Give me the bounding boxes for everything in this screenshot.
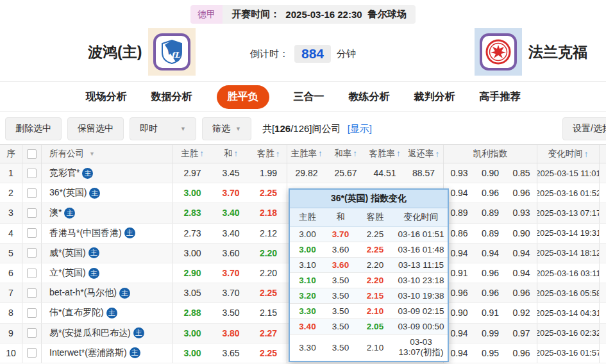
row-index: 9 [0, 324, 22, 343]
countdown-unit: 分钟 [337, 48, 356, 60]
popup-col-draw: 和 [325, 211, 356, 223]
home-mark-icon: 主 [89, 188, 100, 199]
change-time: 2025-03-15 11:01 [537, 163, 600, 183]
show-link[interactable]: [显示] [348, 123, 372, 134]
chevron-down-icon: ▼ [89, 151, 95, 157]
popup-draw-odds: 3.60 [325, 245, 356, 254]
popup-away-odds: 2.10 [356, 306, 394, 316]
instant-odds-dropdown[interactable]: 即时 ▼ [130, 117, 196, 140]
away-odds: 2.25 [250, 343, 287, 363]
col-away-rate-sort[interactable]: 客胜率↑ [366, 148, 404, 160]
row-checkbox[interactable] [27, 248, 37, 258]
company-cell[interactable]: 易*(安提瓜和巴布达) 主 [42, 324, 173, 343]
draw-odds: 3.60 [212, 248, 250, 258]
company-count: 共[126/126]间公司 [显示] [262, 123, 372, 135]
row-checkbox[interactable] [27, 208, 37, 218]
count-prefix: 共[ [262, 123, 274, 134]
select-all-checkbox-cell [22, 145, 42, 163]
row-checkbox[interactable] [27, 169, 37, 178]
home-mark-icon: 主 [130, 347, 140, 358]
change-time: 2025-03-14 19:31 [537, 224, 600, 243]
company-cell[interactable]: 立*(英国) 主 [42, 263, 173, 283]
popup-home-odds: 3.40 [290, 322, 325, 331]
popup-history-row: 3.20 3.50 2.15 03-10 19:38 [290, 288, 448, 304]
table-row[interactable]: 1 竞彩官* 主 2.97 3.45 1.99 29.82 25.67 44.5… [0, 163, 606, 183]
home-mark-icon: 主 [119, 288, 130, 299]
analysis-tab[interactable]: 现场分析 [86, 90, 127, 104]
draw-odds: 3.70 [212, 268, 250, 278]
company-cell[interactable]: Interwet*(塞浦路斯) 主 [42, 343, 173, 363]
kickoff-info: 开赛时间： 2025-03-16 22:30 鲁尔球场 [223, 5, 415, 24]
popup-change-time: 03-09 00:50 [394, 322, 448, 331]
popup-home-odds: 3.10 [290, 276, 325, 285]
sort-up-icon: ↑ [435, 149, 439, 159]
row-checkbox-cell [22, 203, 42, 222]
filter-dropdown[interactable]: 筛选 ▼ [202, 117, 251, 140]
kelly-draw: 0.89 [475, 208, 506, 218]
company-name: 伟*(直布罗陀) [49, 307, 104, 318]
col-home-rate-sort[interactable]: 主胜率↑ [287, 148, 326, 160]
row-checkbox[interactable] [27, 328, 37, 338]
popup-header-row: 主胜 和 客胜 变化时间 [290, 208, 448, 227]
analysis-tab[interactable]: 裁判分析 [414, 90, 455, 104]
company-name: bet-at-h*(马尔他) [49, 287, 117, 299]
col-return-rate-sort[interactable]: 返还率↑ [404, 145, 444, 163]
away-rate: 44.51 [366, 168, 404, 178]
draw-odds: 3.50 [212, 308, 250, 318]
company-cell[interactable]: 伟*(直布罗陀) 主 [42, 303, 173, 322]
kelly-draw: 0.91 [475, 308, 506, 318]
kelly-draw: 0.96 [475, 268, 506, 278]
kelly-draw: 0.90 [475, 168, 506, 178]
change-time: 2025-03-14 18:12 [537, 244, 600, 263]
keep-selected-button[interactable]: 保留选中 [67, 117, 124, 140]
popup-change-time: 03-16 01:51 [394, 229, 448, 239]
home-odds: 3.00 [173, 188, 212, 198]
company-cell[interactable]: bet-at-h*(马尔他) 主 [42, 283, 173, 302]
company-cell[interactable]: 威*(英国) 主 [42, 244, 173, 263]
row-index: 1 [0, 163, 22, 183]
popup-col-home: 主胜 [290, 211, 325, 223]
company-cell[interactable]: 澳* 主 [42, 203, 173, 222]
kelly-away: 0.85 [506, 163, 537, 183]
instant-odds-label: 即时 [140, 123, 158, 135]
home-mark-icon: 主 [82, 168, 93, 179]
row-checkbox[interactable] [27, 348, 37, 358]
company-cell[interactable]: 36*(英国) 主 [42, 183, 173, 203]
col-home-odds-sort[interactable]: 主胜↑ [173, 148, 212, 160]
change-time: 2025-03-16 05:58 [537, 283, 600, 302]
company-cell[interactable]: 竞彩官* 主 [42, 163, 173, 183]
col-company[interactable]: 所有公司 ▼ [42, 145, 173, 163]
draw-odds: 3.40 [212, 228, 250, 238]
popup-draw-odds: 3.50 [325, 306, 356, 316]
delete-selected-button[interactable]: 删除选中 [5, 117, 62, 140]
row-checkbox[interactable] [27, 288, 37, 298]
row-checkbox[interactable] [27, 228, 37, 238]
away-team-name: 法兰克福 [528, 42, 587, 62]
countdown-value: 884 [294, 45, 331, 63]
col-draw-rate-sort[interactable]: 和率↑ [326, 148, 366, 160]
home-odds: 2.83 [173, 208, 212, 218]
col-away-odds-sort[interactable]: 客胜↑ [250, 145, 287, 163]
settings-select-button[interactable]: 设置/选择 [562, 117, 606, 140]
company-cell[interactable]: 香港马*(中国香港) 主 [42, 224, 173, 243]
sort-up-icon: ↑ [584, 149, 589, 159]
popup-history-row: 3.30 3.50 2.10 03-03 13:07(初指) [290, 335, 448, 361]
home-mark-icon: 主 [64, 208, 75, 219]
analysis-tab[interactable]: 三合一 [294, 90, 324, 104]
row-checkbox[interactable] [27, 188, 37, 198]
analysis-tab[interactable]: 高手推荐 [480, 90, 521, 104]
analysis-tab[interactable]: 教练分析 [349, 90, 390, 104]
home-mark-icon: 主 [133, 327, 144, 338]
popup-home-odds: 3.10 [290, 260, 325, 270]
analysis-tab[interactable]: 胜平负 [217, 85, 269, 109]
away-odds: 2.12 [250, 224, 287, 243]
row-checkbox[interactable] [27, 308, 37, 318]
kickoff-time: 2025-03-16 22:30 [285, 9, 362, 20]
row-checkbox[interactable] [27, 269, 37, 278]
company-name: 威*(英国) [49, 247, 86, 259]
away-odds: 2.25 [250, 283, 287, 302]
col-change-time-sort[interactable]: 变化时间↑ [537, 145, 600, 163]
select-all-checkbox[interactable] [27, 149, 37, 159]
col-draw-odds-sort[interactable]: 和↑ [212, 148, 250, 160]
analysis-tab[interactable]: 数据分析 [151, 90, 192, 104]
